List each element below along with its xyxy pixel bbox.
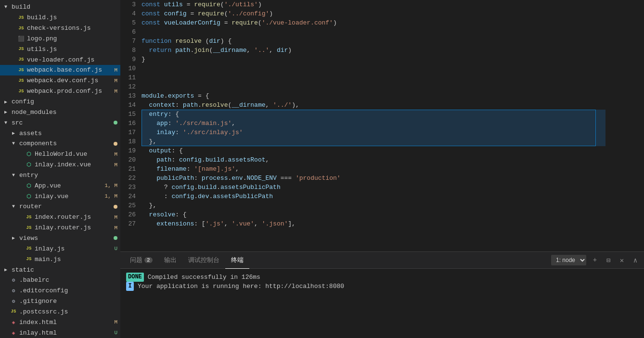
- code-token: [142, 119, 156, 128]
- sidebar-item-HelloWorld.vue[interactable]: ⬡HelloWorld.vueM: [0, 149, 120, 160]
- code-line: return path.join(__dirname, '..', dir): [142, 46, 605, 55]
- sidebar-item-webpack.base.conf.js[interactable]: JSwebpack.base.conf.jsM: [0, 65, 120, 75]
- folder-arrow-icon: ▼: [2, 3, 10, 11]
- modified-dot: [114, 142, 117, 146]
- sidebar-item-router[interactable]: ▼router: [0, 201, 120, 212]
- code-line: [142, 73, 605, 82]
- maximize-terminal-button[interactable]: ∧: [631, 255, 640, 265]
- node-selector[interactable]: 1: node: [551, 255, 586, 265]
- sidebar-item-src[interactable]: ▼src: [0, 117, 120, 128]
- sidebar-item-index.html[interactable]: ◈index.htmlM: [0, 317, 120, 327]
- tab-terminal-label: 终端: [231, 256, 244, 264]
- git-badge: M: [114, 214, 117, 220]
- terminal-content[interactable]: DONE Compiled successfully in 126ms I Yo…: [120, 269, 644, 338]
- editor-container: 3456789101112131415161718192021222324252…: [120, 0, 644, 251]
- sidebar-item-views[interactable]: ▶views: [0, 233, 120, 244]
- git-badge: M: [114, 67, 117, 73]
- modified-dot: [114, 236, 117, 240]
- vue-icon: ⬡: [25, 150, 33, 158]
- js-icon: JS: [17, 56, 25, 63]
- code-token: ,: [266, 155, 270, 164]
- sidebar-item-.gitignore[interactable]: ⚙.gitignore: [0, 296, 120, 307]
- code-token: [142, 155, 156, 164]
- sidebar-item-index.router.js[interactable]: JSindex.router.jsM: [0, 212, 120, 223]
- code-token: context: [149, 100, 176, 110]
- running-text: Your application is running here: http:/…: [138, 282, 344, 291]
- code-token: [142, 174, 156, 183]
- sidebar-item-main.js[interactable]: JSmain.js: [0, 254, 120, 264]
- code-line: module.exports = {: [142, 91, 605, 100]
- code-token: (: [224, 9, 228, 18]
- sidebar-item-App.vue[interactable]: ⬡App.vue1, M: [0, 180, 120, 191]
- code-token: .: [194, 183, 198, 192]
- sidebar-item-build[interactable]: ▼build: [0, 2, 120, 13]
- sidebar-item-entry[interactable]: ▼entry: [0, 170, 120, 181]
- sidebar-item-logo.png[interactable]: ⬛logo.png: [0, 34, 120, 44]
- tab-debug-console[interactable]: 调试控制台: [182, 252, 225, 269]
- folder-arrow-icon: ▶: [10, 234, 17, 242]
- sidebar-item-check-versions.js[interactable]: JScheck-versions.js: [0, 23, 120, 34]
- code-token: NODE_ENV: [246, 174, 276, 183]
- cfg-icon: ⚙: [10, 298, 17, 305]
- code-token: '..': [254, 46, 269, 55]
- code-token: :: [171, 155, 179, 164]
- split-terminal-button[interactable]: ⊟: [604, 255, 613, 265]
- tab-terminal[interactable]: 终端: [225, 252, 249, 269]
- sidebar-item-label: .gitignore: [19, 298, 120, 305]
- sidebar-item-node_modules[interactable]: ▶node_modules: [0, 107, 120, 117]
- code-token: config: [171, 192, 194, 201]
- sidebar-item-.editorconfig[interactable]: ⚙.editorconfig: [0, 286, 120, 296]
- delete-terminal-button[interactable]: ✕: [617, 255, 627, 265]
- sidebar-item-label: utils.js: [27, 46, 120, 53]
- sidebar-item-build.js[interactable]: JSbuild.js: [0, 13, 120, 23]
- sidebar-item-inlay.vue[interactable]: ⬡inlay.vue1, M: [0, 191, 120, 201]
- editor-code[interactable]: const utils = require('./utils')const co…: [140, 0, 605, 251]
- sidebar-item-.postcssrc.js[interactable]: JS.postcssrc.js: [0, 306, 120, 317]
- sidebar-item-inlay.js[interactable]: JSinlay.jsU: [0, 243, 120, 254]
- code-token: require: [198, 9, 224, 18]
- sidebar-item-inlay.router.js[interactable]: JSinlay.router.jsM: [0, 223, 120, 233]
- cfg-icon: ⚙: [10, 287, 17, 295]
- sidebar-item-config[interactable]: ▶config: [0, 97, 120, 107]
- js-icon: JS: [25, 224, 33, 232]
- code-line: path: config.build.assetsRoot,: [142, 155, 605, 164]
- add-terminal-button[interactable]: +: [590, 255, 600, 265]
- sidebar-item-label: inlay.vue: [35, 193, 105, 200]
- code-token: app: [156, 119, 167, 128]
- git-badge: M: [114, 151, 117, 157]
- line-number: 10: [120, 64, 136, 73]
- sidebar-item-vue-loader.conf.js[interactable]: JSvue-loader.conf.js: [0, 54, 120, 65]
- code-token: [142, 164, 156, 174]
- code-token: return: [149, 46, 176, 55]
- sidebar-item-webpack.dev.conf.js[interactable]: JSwebpack.dev.conf.jsM: [0, 75, 120, 86]
- code-token: resolve: [202, 100, 228, 110]
- code-token: ,: [232, 119, 235, 128]
- code-token: : {: [171, 146, 182, 155]
- code-token: :: [187, 164, 194, 174]
- sidebar-item-utils.js[interactable]: JSutils.js: [0, 44, 120, 54]
- tab-output[interactable]: 输出: [158, 252, 182, 269]
- code-token: join: [194, 46, 209, 55]
- code-line: filename: '[name].js',: [142, 164, 605, 174]
- sidebar-item-static[interactable]: ▶static: [0, 264, 120, 275]
- terminal-line-1: DONE Compiled successfully in 126ms: [126, 273, 638, 282]
- git-badge: M: [114, 88, 117, 94]
- terminal-controls: 1: node + ⊟ ✕ ∧: [551, 255, 640, 265]
- code-lines: const utils = require('./utils')const co…: [142, 0, 605, 228]
- sidebar-item-webpack.prod.conf.js[interactable]: JSwebpack.prod.conf.jsM: [0, 86, 120, 97]
- code-token: filename: [156, 164, 186, 174]
- sidebar-item-label: HelloWorld.vue: [35, 150, 114, 158]
- code-line: }: [142, 55, 605, 64]
- code-token: .: [209, 192, 213, 201]
- code-token: [142, 219, 156, 228]
- tab-issues[interactable]: 问题 2: [124, 252, 158, 269]
- sidebar-item-inlay.index.vue[interactable]: ⬡inlay.index.vueM: [0, 160, 120, 170]
- sidebar-item-label: check-versions.js: [27, 25, 120, 32]
- sidebar-item-.babelrc[interactable]: ⚙.babelrc: [0, 275, 120, 286]
- sidebar-item-inlay.html[interactable]: ◈inlay.htmlU: [0, 327, 120, 338]
- sidebar-item-assets[interactable]: ▶assets: [0, 128, 120, 138]
- git-badge: M: [114, 225, 117, 231]
- sidebar-item-components[interactable]: ▼components: [0, 138, 120, 149]
- tab-debug-label: 调试控制台: [188, 256, 219, 264]
- line-number: 14: [120, 100, 136, 110]
